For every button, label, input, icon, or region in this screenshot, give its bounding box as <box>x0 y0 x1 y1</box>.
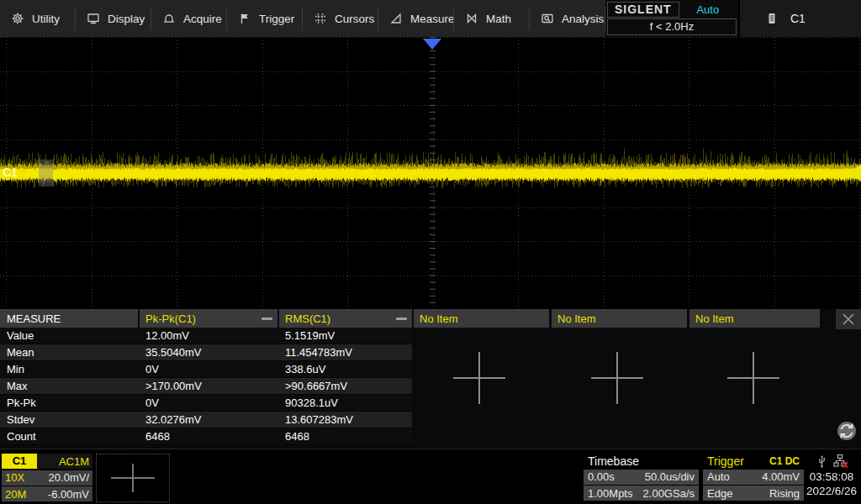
add-measurement-plus-icon[interactable] <box>591 352 643 404</box>
menu-item-label: Acquire <box>183 13 222 25</box>
menu-item-label: Analysis <box>562 13 604 25</box>
measure-panel: MEASURE Pk-Pk(C1) RMS(C1) No Item No Ite… <box>0 309 861 449</box>
remove-measurement-button[interactable] <box>261 318 272 320</box>
table-row: Max>170.00mV>90.6667mV <box>0 378 412 395</box>
trigger-level-value: 4.00mV <box>762 470 800 483</box>
menu-item-display[interactable]: Display <box>76 0 151 37</box>
menu-item-label: Utility <box>32 13 60 25</box>
measure-statistics-table: Value12.00mV5.1519mV Mean35.5040mV11.454… <box>0 328 412 445</box>
trace-channel-marker[interactable]: C1 <box>3 165 28 179</box>
acquisition-mode-badge: Auto <box>679 3 737 16</box>
measure-icon <box>389 12 403 25</box>
trigger-title: Trigger <box>707 454 744 468</box>
channel-bandwidth-limit: 20M <box>5 488 26 501</box>
channel-probe-attenuation: 10X <box>5 471 24 484</box>
timebase-scale: 50.0us/div <box>645 470 695 483</box>
timebase-title: Timebase <box>588 454 639 468</box>
math-icon <box>465 12 478 25</box>
menu-item-label: Trigger <box>259 13 294 25</box>
acquire-icon <box>162 12 176 25</box>
menu-item-label: Display <box>108 13 145 25</box>
measure-column-rms[interactable]: RMS(C1) <box>279 309 412 328</box>
timebase-descriptor[interactable]: Timebase 0.00s 50.0us/div 1.00Mpts 2.00G… <box>584 454 699 501</box>
channel-coupling: AC1M <box>59 455 92 468</box>
table-row: Count64686468 <box>0 428 412 445</box>
trigger-slope: Rising <box>769 487 800 500</box>
channel-offset-value: -6.00mV <box>48 488 89 501</box>
menu-item-analysis[interactable]: Analysis <box>530 0 605 37</box>
gear-icon <box>11 12 24 25</box>
bottom-bar-separator <box>0 449 861 449</box>
menu-item-trigger[interactable]: Trigger <box>227 0 303 37</box>
sample-rate: 2.00GSa/s <box>643 487 695 500</box>
top-channel-panel[interactable]: C1 <box>740 0 861 37</box>
top-channel-label: C1 <box>790 12 806 25</box>
siglent-logo: SIGLENT <box>607 2 679 18</box>
add-measurement-plus-icon[interactable] <box>727 352 779 404</box>
memory-depth: 1.00Mpts <box>588 487 632 500</box>
clock-time: 03:58:08 <box>804 470 859 483</box>
trigger-flag-icon <box>238 12 251 25</box>
measure-panel-title: MEASURE <box>0 309 138 328</box>
waveform-grid <box>0 37 861 309</box>
reset-statistics-button[interactable] <box>836 420 858 442</box>
trigger-mode: Auto <box>707 470 730 483</box>
channel-descriptor-c1[interactable]: C1 AC1M 10X 20.0mV/ 20M -6.00mV <box>2 454 92 501</box>
refresh-icon <box>836 420 858 442</box>
trigger-frequency: f < 2.0Hz <box>607 18 737 35</box>
display-icon <box>87 12 100 25</box>
menu-item-label: Math <box>486 13 511 25</box>
table-row: Pk-Pk0V90328.1uV <box>0 395 412 412</box>
notes-icon <box>765 12 779 25</box>
trigger-position-marker[interactable] <box>423 39 441 50</box>
clock-date: 2022/6/26 <box>804 485 859 497</box>
table-row: Value12.00mV5.1519mV <box>0 328 412 344</box>
trigger-type: Edge <box>707 487 732 500</box>
oscilloscope-screen: Utility Display Acquire Trigger Cursors … <box>0 0 861 504</box>
menu-item-math[interactable]: Math <box>454 0 530 37</box>
trigger-status-panel: SIGLENT Auto f < 2.0Hz <box>605 0 738 37</box>
measure-column-empty-3[interactable]: No Item <box>689 309 820 328</box>
channel-offset-arrow-icon <box>20 167 28 177</box>
measure-column-pkpk[interactable]: Pk-Pk(C1) <box>140 309 277 328</box>
timebase-delay: 0.00s <box>588 470 615 483</box>
menu-item-measure[interactable]: Measure <box>378 0 454 37</box>
close-measure-panel-button[interactable] <box>836 309 861 329</box>
channel-name-badge: C1 <box>2 454 37 469</box>
measure-column-empty-1[interactable]: No Item <box>414 309 549 328</box>
trace-channel-label: C1 <box>3 165 18 179</box>
channel-offset-marker <box>39 160 53 186</box>
trigger-source-coupling: C1 DC <box>769 455 800 467</box>
menu-item-acquire[interactable]: Acquire <box>151 0 227 37</box>
remove-measurement-button[interactable] <box>396 318 407 320</box>
status-clock-panel: 03:58:08 2022/6/26 <box>804 452 859 502</box>
analysis-icon <box>541 12 554 25</box>
add-measurement-plus-icon[interactable] <box>453 352 505 404</box>
table-row: Min0V338.6uV <box>0 361 412 378</box>
add-channel-plus-icon <box>111 464 155 492</box>
menu-item-label: Measure <box>410 13 455 25</box>
cursors-icon <box>314 12 327 25</box>
table-row: Mean35.5040mV11.454783mV <box>0 344 412 361</box>
lan-disconnected-icon <box>833 454 848 468</box>
menu-item-utility[interactable]: Utility <box>0 0 76 37</box>
trigger-descriptor[interactable]: Trigger C1 DC Auto 4.00mV Edge Rising <box>703 454 804 501</box>
close-icon <box>840 311 857 328</box>
table-row: Stdev32.0276mV13.607283mV <box>0 412 412 428</box>
measure-column-empty-2[interactable]: No Item <box>552 309 687 328</box>
menu-bar: Utility Display Acquire Trigger Cursors … <box>0 0 605 37</box>
menu-item-cursors[interactable]: Cursors <box>303 0 378 37</box>
usb-icon <box>816 454 828 468</box>
channel-volts-per-div: 20.0mV/ <box>49 471 89 484</box>
trigger-level-marker[interactable] <box>848 165 861 181</box>
menu-item-label: Cursors <box>335 13 374 25</box>
add-channel-box[interactable] <box>96 454 170 502</box>
